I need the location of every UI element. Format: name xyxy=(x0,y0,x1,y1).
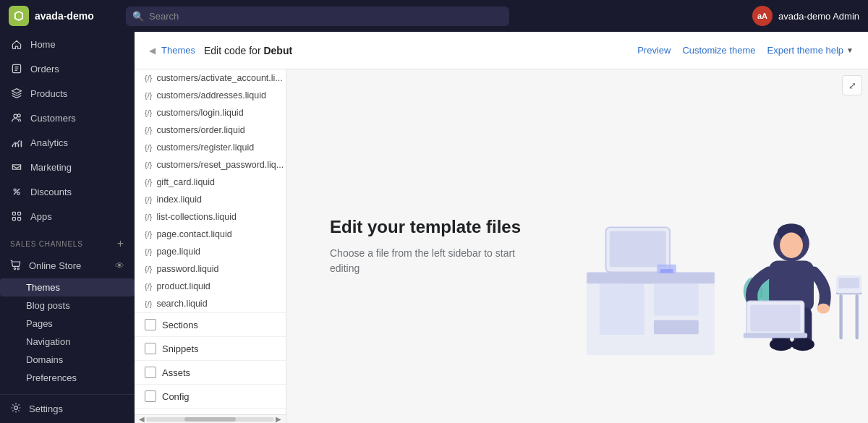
svg-point-1 xyxy=(14,114,17,118)
code-file-icon: {/} xyxy=(145,108,152,117)
file-item[interactable]: {/}customers/addresses.liquid xyxy=(135,87,286,104)
sidebar-item-customers[interactable]: Customers xyxy=(0,106,135,130)
search-icon: 🔍 xyxy=(132,11,144,22)
svg-point-13 xyxy=(14,268,15,269)
folder-icon xyxy=(145,390,156,402)
sidebar-item-marketing[interactable]: Marketing xyxy=(0,155,135,179)
scroll-right-arrow[interactable]: ▶ xyxy=(274,415,283,423)
sidebar-label-marketing: Marketing xyxy=(30,162,72,173)
code-file-icon: {/} xyxy=(145,265,152,273)
folder-item-sections[interactable]: Sections xyxy=(135,312,286,336)
svg-point-40 xyxy=(791,338,814,351)
svg-rect-42 xyxy=(750,304,800,331)
svg-rect-26 xyxy=(660,268,673,272)
analytics-icon xyxy=(10,136,23,149)
sidebar-subitem-domains[interactable]: Domains xyxy=(0,351,135,369)
code-file-icon: {/} xyxy=(145,126,152,134)
sidebar: Home Orders Products Customers xyxy=(0,32,135,423)
sidebar-subitem-themes[interactable]: Themes xyxy=(0,278,135,296)
topbar-right: aA avada-demo Admin xyxy=(752,6,859,26)
svg-rect-5 xyxy=(18,144,20,148)
file-item[interactable]: {/}index.liquid xyxy=(135,191,286,208)
file-name: customers/activate_account.li... xyxy=(156,73,282,83)
folder-item-snippets[interactable]: Snippets xyxy=(135,336,286,360)
add-sales-channel-button[interactable]: + xyxy=(117,237,124,250)
marketing-icon xyxy=(10,161,23,174)
file-item[interactable]: {/}gift_card.liquid xyxy=(135,174,286,191)
sidebar-item-online-store[interactable]: Online Store 👁 xyxy=(0,253,135,278)
avatar[interactable]: aA xyxy=(752,6,773,26)
file-name: password.liquid xyxy=(156,264,218,274)
file-name: search.liquid xyxy=(156,299,207,309)
sidebar-subitem-blog-posts[interactable]: Blog posts xyxy=(0,296,135,315)
scrollbar[interactable]: ◀ ▶ xyxy=(135,414,286,423)
sidebar-subitem-pages[interactable]: Pages xyxy=(0,315,135,333)
breadcrumb: ◀ Themes Edit code for Debut xyxy=(149,45,292,56)
svg-rect-45 xyxy=(839,294,842,339)
sidebar-subitem-preferences[interactable]: Preferences xyxy=(0,369,135,387)
file-item[interactable]: {/}password.liquid xyxy=(135,260,286,278)
file-item[interactable]: {/}page.liquid xyxy=(135,243,286,260)
sidebar-item-settings[interactable]: Settings xyxy=(0,394,135,423)
scroll-track[interactable] xyxy=(146,417,274,422)
file-item[interactable]: {/}customers/order.liquid xyxy=(135,121,286,139)
scroll-thumb[interactable] xyxy=(184,417,236,422)
file-area: {/}customers/activate_account.li...{/}cu… xyxy=(135,69,868,423)
settings-icon xyxy=(10,402,22,416)
sidebar-label-products: Products xyxy=(30,88,67,99)
file-list: {/}customers/activate_account.li...{/}cu… xyxy=(135,69,286,312)
sidebar-label-home: Home xyxy=(30,39,56,50)
file-item[interactable]: {/}search.liquid xyxy=(135,295,286,312)
file-name: customers/order.liquid xyxy=(156,125,244,135)
file-item[interactable]: {/}list-collections.liquid xyxy=(135,208,286,226)
content-area: ◀ Themes Edit code for Debut Preview Cus… xyxy=(135,32,868,423)
svg-point-39 xyxy=(770,338,793,351)
breadcrumb-prefix: Edit code for Debut xyxy=(204,45,292,56)
breadcrumb-themes-link[interactable]: Themes xyxy=(161,45,195,56)
file-name: page.contact.liquid xyxy=(156,229,231,239)
home-icon xyxy=(10,38,23,51)
sidebar-item-discounts[interactable]: Discounts xyxy=(0,179,135,204)
logo-text: avada-demo xyxy=(35,10,94,22)
svg-rect-4 xyxy=(15,142,17,147)
folder-icon xyxy=(145,367,156,378)
file-item[interactable]: {/}customers/register.liquid xyxy=(135,139,286,156)
search-bar[interactable]: 🔍 xyxy=(126,7,509,26)
topbar: avada-demo 🔍 aA avada-demo Admin xyxy=(0,0,868,32)
svg-rect-3 xyxy=(12,145,14,147)
sidebar-item-home[interactable]: Home xyxy=(0,32,135,56)
svg-point-15 xyxy=(14,406,18,410)
folder-icon xyxy=(145,343,156,354)
file-item[interactable]: {/}product.liquid xyxy=(135,278,286,295)
expert-help-button[interactable]: Expert theme help ▼ xyxy=(767,45,854,56)
file-item[interactable]: {/}customers/activate_account.li... xyxy=(135,69,286,87)
sidebar-item-apps[interactable]: Apps xyxy=(0,204,135,228)
code-file-icon: {/} xyxy=(145,74,152,82)
expand-button[interactable]: ⤢ xyxy=(842,75,862,95)
search-input[interactable] xyxy=(126,7,509,26)
file-name: page.liquid xyxy=(156,247,200,257)
svg-rect-48 xyxy=(838,278,859,288)
svg-rect-12 xyxy=(18,218,21,221)
customize-theme-button[interactable]: Customize theme xyxy=(682,45,755,56)
sidebar-item-orders[interactable]: Orders xyxy=(0,56,135,81)
file-item[interactable]: {/}page.contact.liquid xyxy=(135,226,286,243)
back-arrow-icon: ◀ xyxy=(149,46,156,56)
file-item[interactable]: {/}customers/reset_password.liq... xyxy=(135,156,286,174)
code-file-icon: {/} xyxy=(145,213,152,221)
folder-item-assets[interactable]: Assets xyxy=(135,360,286,384)
file-name: list-collections.liquid xyxy=(156,212,236,222)
svg-rect-18 xyxy=(600,283,644,335)
sidebar-item-analytics[interactable]: Analytics xyxy=(0,130,135,155)
folder-label: Assets xyxy=(162,367,190,378)
file-item[interactable]: {/}customers/login.liquid xyxy=(135,104,286,121)
eye-icon[interactable]: 👁 xyxy=(115,260,124,271)
sidebar-item-products[interactable]: Products xyxy=(0,81,135,106)
svg-point-14 xyxy=(17,268,19,269)
scroll-left-arrow[interactable]: ◀ xyxy=(137,415,146,423)
sidebar-subitem-navigation[interactable]: Navigation xyxy=(0,333,135,351)
preview-button[interactable]: Preview xyxy=(637,45,671,56)
code-file-icon: {/} xyxy=(145,161,152,169)
logo[interactable]: avada-demo xyxy=(9,6,117,26)
folder-item-config[interactable]: Config xyxy=(135,384,286,408)
